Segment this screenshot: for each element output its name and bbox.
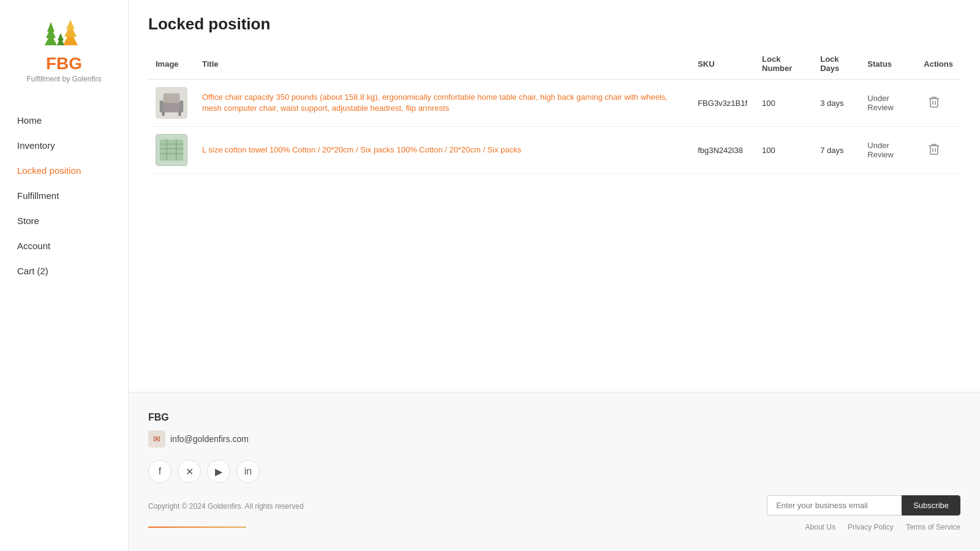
cell-sku: fbg3N242l38: [690, 127, 755, 174]
sidebar-logo: FBG Fulfillment by Golenfirs: [0, 15, 128, 98]
cell-status: Under Review: [860, 127, 916, 174]
svg-marker-2: [47, 22, 55, 32]
cell-title: L size cotton towel 100% Cotton / 20*20c…: [195, 127, 690, 174]
footer-email-row: ✉ info@goldenfirs.com: [148, 430, 960, 448]
cell-lock-number: 100: [755, 80, 813, 127]
product-title-link[interactable]: Office chair capacity 350 pounds (about …: [202, 92, 668, 113]
social-twitter[interactable]: ✕: [178, 460, 201, 483]
delete-button[interactable]: [924, 93, 944, 113]
footer-bottom-row: Copyright © 2024 Goldenfirs. All rights …: [148, 495, 960, 515]
table-row: L size cotton towel 100% Cotton / 20*20c…: [148, 127, 960, 174]
subscribe-button[interactable]: Subscribe: [902, 495, 960, 515]
cell-image: [148, 127, 195, 174]
table-header-row: Image Title SKU Lock Number Lock Days St…: [148, 48, 960, 80]
col-sku: SKU: [690, 48, 755, 80]
col-actions: Actions: [916, 48, 960, 80]
col-title: Title: [195, 48, 690, 80]
svg-rect-18: [160, 140, 183, 161]
cell-image: [148, 80, 195, 127]
social-facebook[interactable]: f: [148, 460, 172, 483]
logo-icon: [40, 15, 89, 51]
svg-rect-13: [160, 100, 164, 112]
cell-actions: [916, 80, 960, 127]
svg-rect-14: [179, 100, 183, 112]
product-image-towel: [156, 134, 187, 166]
sidebar-item-store[interactable]: Store: [0, 208, 128, 233]
social-links: f ✕ ▶ in: [148, 460, 960, 483]
cell-lock-days: 7 days: [813, 127, 860, 174]
sidebar-navigation: Home Inventory Locked position Fulfillme…: [0, 98, 128, 293]
col-lock-days: Lock Days: [813, 48, 860, 80]
sidebar-item-locked-position[interactable]: Locked position: [0, 158, 128, 183]
cell-title: Office chair capacity 350 pounds (about …: [195, 80, 690, 127]
col-lock-number: Lock Number: [755, 48, 813, 80]
footer-brand: FBG: [148, 412, 960, 423]
email-icon: ✉: [148, 430, 165, 448]
cell-lock-number: 100: [755, 127, 813, 174]
footer-link-privacy[interactable]: Privacy Policy: [848, 523, 894, 531]
delete-button[interactable]: [924, 140, 944, 160]
col-status: Status: [860, 48, 916, 80]
footer-links: About Us Privacy Policy Terms of Service: [805, 523, 960, 531]
footer-copyright: Copyright © 2024 Goldenfirs. All rights …: [148, 502, 304, 511]
footer-link-about[interactable]: About Us: [805, 523, 835, 531]
locked-position-table: Image Title SKU Lock Number Lock Days St…: [148, 48, 960, 174]
svg-rect-9: [161, 102, 183, 112]
sidebar-item-inventory[interactable]: Inventory: [0, 133, 128, 158]
page-title: Locked position: [148, 15, 960, 34]
col-image: Image: [148, 48, 195, 80]
cell-lock-days: 3 days: [813, 80, 860, 127]
svg-rect-10: [164, 94, 180, 103]
product-image-chair: [156, 87, 187, 119]
cell-sku: FBG3v3z1B1f: [690, 80, 755, 127]
footer: FBG ✉ info@goldenfirs.com f ✕ ▶ in Copyr…: [129, 392, 980, 551]
footer-email-text: info@goldenfirs.com: [170, 434, 249, 444]
page-content: Locked position Image Title SKU Lock Num…: [129, 0, 980, 392]
brand-name: FBG: [46, 54, 82, 73]
social-linkedin[interactable]: in: [236, 460, 260, 483]
footer-divider: [148, 527, 246, 528]
footer-copyright-group: Copyright © 2024 Goldenfirs. All rights …: [148, 501, 304, 511]
sidebar: FBG Fulfillment by Golenfirs Home Invent…: [0, 0, 129, 551]
cell-status: Under Review: [860, 80, 916, 127]
footer-link-terms[interactable]: Terms of Service: [906, 523, 960, 531]
sidebar-item-fulfillment[interactable]: Fulfillment: [0, 183, 128, 208]
table-row: Office chair capacity 350 pounds (about …: [148, 80, 960, 127]
subscribe-email-input[interactable]: [767, 495, 902, 515]
sidebar-item-account[interactable]: Account: [0, 233, 128, 258]
svg-marker-7: [58, 33, 64, 40]
brand-tagline: Fulfillment by Golenfirs: [26, 75, 101, 83]
main-content: Locked position Image Title SKU Lock Num…: [129, 0, 980, 551]
sidebar-item-cart[interactable]: Cart (2): [0, 258, 128, 283]
cell-actions: [916, 127, 960, 174]
sidebar-item-home[interactable]: Home: [0, 108, 128, 133]
svg-marker-5: [66, 20, 75, 29]
social-youtube[interactable]: ▶: [207, 460, 230, 483]
product-title-link[interactable]: L size cotton towel 100% Cotton / 20*20c…: [202, 145, 521, 154]
footer-subscribe: Subscribe: [767, 495, 960, 515]
